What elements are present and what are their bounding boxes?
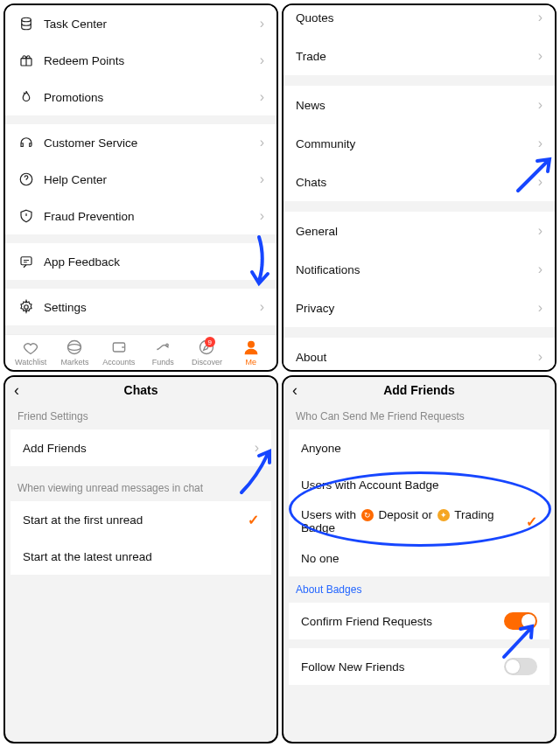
check-icon: ✓ [526,513,537,530]
me-row-task-center[interactable]: Task Center › [5,5,276,42]
chevron-right-icon: › [260,254,264,269]
settings-row-quotes[interactable]: Quotes› [284,3,555,37]
follow-new-friends[interactable]: Follow New Friends [289,648,550,685]
chevron-right-icon: › [538,10,542,25]
page-title: Chats [124,383,158,397]
me-row-customer-service[interactable]: Customer Service › [5,124,276,161]
friend-req-noone[interactable]: No one [289,540,550,576]
headset-icon [18,134,35,151]
tab-watchlist[interactable]: Watchlist [9,339,52,367]
me-row-help-center[interactable]: Help Center › [5,161,276,198]
chevron-right-icon: › [538,300,542,316]
unread-option-first[interactable]: Start at the first unread✓ [10,501,271,538]
chevron-right-icon: › [260,171,264,187]
svg-point-6 [68,345,81,351]
chevron-right-icon: › [260,299,264,315]
chevron-right-icon: › [260,16,264,31]
back-button[interactable]: ‹ [14,381,19,400]
chevron-right-icon: › [255,440,259,456]
me-row-settings[interactable]: Settings › [5,289,276,325]
shield-icon [18,207,35,225]
chevron-right-icon: › [538,97,542,113]
row-label: Customer Service [44,136,260,150]
page-header: ‹ Chats [5,377,276,403]
unread-option-latest[interactable]: Start at the latest unread [10,538,271,575]
tab-markets[interactable]: Markets [52,339,96,367]
chats-add-friends[interactable]: Add Friends› [10,429,271,466]
section-header: Friend Settings [5,403,276,429]
svg-point-5 [68,341,81,354]
chevron-right-icon: › [538,136,542,151]
row-label: Help Center [44,173,260,186]
notification-badge: 9 [205,337,215,347]
tab-accounts[interactable]: Accounts [97,339,141,367]
page-header: ‹ Add Friends [284,377,555,403]
row-label: Fraud Prevention [44,210,260,223]
svg-rect-3 [21,257,32,265]
me-row-fraud-prevention[interactable]: Fraud Prevention › [5,198,276,234]
row-label: Redeem Points [44,54,260,67]
settings-row-trade[interactable]: Trade› [284,37,555,75]
question-icon [18,171,35,188]
settings-row-general[interactable]: General› [284,212,555,250]
row-label: App Feedback [44,255,260,269]
deposit-badge-icon: ↻ [361,509,374,521]
section-header: When viewing unread messages in chat [5,475,276,501]
friend-req-anyone[interactable]: Anyone [289,429,550,466]
row-label: Users with ↻ Deposit or ✦ Trading Badge [301,508,526,534]
chevron-right-icon: › [260,52,264,68]
page-title: Add Friends [383,383,455,397]
chevron-right-icon: › [260,208,264,224]
tab-funds[interactable]: Funds [141,339,185,367]
chevron-right-icon: › [260,135,264,150]
gift-icon [18,52,35,69]
row-label: Task Center [44,17,260,31]
settings-row-chats[interactable]: Chats› [284,163,555,201]
trading-badge-icon: ✦ [438,509,450,521]
me-row-app-feedback[interactable]: App Feedback › [5,243,276,280]
chevron-right-icon: › [538,349,542,365]
me-row-promotions[interactable]: Promotions › [5,79,276,115]
section-header: Who Can Send Me Friend Requests [284,403,555,429]
back-button[interactable]: ‹ [292,381,298,400]
svg-point-10 [248,341,254,347]
feedback-icon [18,253,35,270]
svg-point-0 [22,17,32,22]
chevron-right-icon: › [260,89,264,105]
check-icon: ✓ [248,512,259,528]
fire-icon [18,88,35,106]
tab-me[interactable]: Me [229,339,273,367]
row-label: Promotions [44,91,260,104]
gear-icon [18,298,35,316]
bottom-tab-bar: Watchlist Markets Accounts Funds Discove… [5,334,276,370]
svg-point-4 [24,305,29,310]
stack-icon [18,15,35,32]
tab-discover[interactable]: Discover9 [185,339,228,367]
chevron-right-icon: › [538,48,542,64]
toggle-on[interactable] [504,612,537,630]
settings-row-news[interactable]: News› [284,86,555,124]
chevron-right-icon: › [538,262,542,277]
friend-req-deposit-trading[interactable]: Users with ↻ Deposit or ✦ Trading Badge … [289,503,550,540]
confirm-friend-requests[interactable]: Confirm Friend Requests [289,603,550,639]
friend-req-account-badge[interactable]: Users with Account Badge [289,466,550,503]
settings-row-privacy[interactable]: Privacy› [284,289,555,327]
settings-row-about[interactable]: About› [284,338,555,372]
me-row-redeem-points[interactable]: Redeem Points › [5,42,276,79]
chevron-right-icon: › [538,174,542,190]
settings-row-community[interactable]: Community› [284,124,555,163]
toggle-off[interactable] [504,658,537,675]
row-label: Settings [44,301,260,314]
settings-row-notifications[interactable]: Notifications› [284,250,555,289]
svg-point-8 [166,344,169,346]
chevron-right-icon: › [538,223,542,239]
about-badges-link[interactable]: About Badges [284,576,555,603]
